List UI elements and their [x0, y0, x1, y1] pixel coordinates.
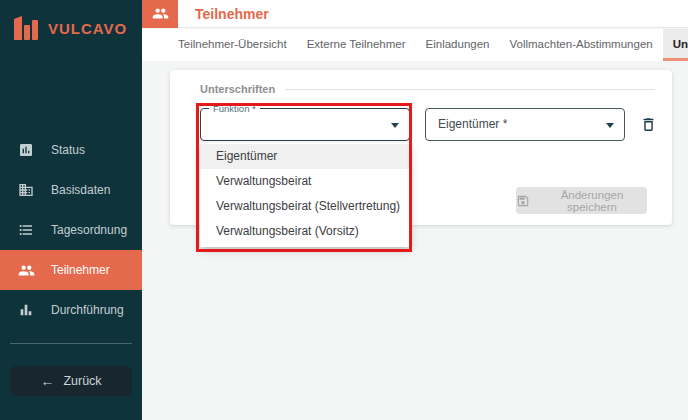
- save-icon: [516, 194, 530, 208]
- sidebar: VULCAVO Status Basisdaten Tagesordnung: [0, 0, 142, 420]
- option-verwaltungsbeirat-vorsitz[interactable]: Verwaltungsbeirat (Vorsitz): [200, 219, 410, 244]
- content-area: Unterschriften Funktion * Eigentümer *: [142, 61, 688, 420]
- vulcavo-logo: VULCAVO: [13, 13, 127, 43]
- logo-bars-icon: [13, 13, 39, 43]
- section-heading: Unterschriften: [200, 83, 655, 95]
- section-heading-divider: [285, 89, 655, 90]
- header-people-icon: [142, 0, 178, 28]
- page-title: Teilnehmer: [195, 6, 269, 22]
- main-area: Teilnehmer Teilnehmer-Übersicht Externe …: [142, 0, 688, 420]
- status-chart-icon: [18, 141, 36, 159]
- logo-text: VULCAVO: [48, 20, 127, 37]
- tab-bar: Teilnehmer-Übersicht Externe Teilnehmer …: [142, 29, 688, 61]
- back-button[interactable]: ← Zurück: [10, 366, 132, 396]
- funktion-select-label: Funktion *: [209, 103, 260, 114]
- save-changes-button[interactable]: Änderungen speichern: [516, 187, 647, 214]
- tab-unterschriften[interactable]: Unterschriften: [663, 29, 688, 61]
- sidebar-item-status[interactable]: Status: [0, 130, 142, 170]
- section-heading-label: Unterschriften: [200, 83, 275, 95]
- chevron-down-icon: [391, 123, 399, 128]
- tab-vollmachten-abstimmungen[interactable]: Vollmachten-Abstimmungen: [499, 29, 662, 61]
- tab-teilnehmer-uebersicht[interactable]: Teilnehmer-Übersicht: [168, 29, 297, 61]
- sidebar-divider: [10, 343, 132, 344]
- chevron-down-icon: [606, 123, 614, 128]
- option-eigentuemer[interactable]: Eigentümer: [200, 144, 410, 169]
- back-button-label: Zurück: [63, 374, 101, 388]
- trash-icon: [640, 116, 657, 133]
- funktion-dropdown-panel: Eigentümer Verwaltungsbeirat Verwaltungs…: [200, 143, 410, 247]
- tab-einladungen[interactable]: Einladungen: [416, 29, 500, 61]
- sidebar-item-label: Durchführung: [51, 303, 124, 317]
- sidebar-item-label: Basisdaten: [51, 183, 110, 197]
- option-verwaltungsbeirat-stellvertretung[interactable]: Verwaltungsbeirat (Stellvertretung): [200, 194, 410, 219]
- sidebar-item-teilnehmer[interactable]: Teilnehmer: [0, 250, 142, 290]
- eigentuemer-select-value: Eigentümer *: [426, 109, 624, 140]
- building-icon: [18, 181, 36, 199]
- funktion-select[interactable]: Funktion *: [200, 108, 410, 141]
- list-icon: [18, 221, 36, 239]
- delete-row-button[interactable]: [636, 112, 660, 136]
- save-changes-label: Änderungen speichern: [537, 189, 647, 213]
- app-window: VULCAVO Status Basisdaten Tagesordnung: [0, 0, 688, 420]
- sidebar-item-label: Teilnehmer: [51, 263, 110, 277]
- page-header: Teilnehmer: [142, 0, 688, 28]
- left-arrow-icon: ←: [40, 374, 54, 388]
- tab-externe-teilnehmer[interactable]: Externe Teilnehmer: [297, 29, 416, 61]
- sidebar-item-tagesordnung[interactable]: Tagesordnung: [0, 210, 142, 250]
- sidebar-item-durchfuehrung[interactable]: Durchführung: [0, 290, 142, 330]
- sidebar-item-label: Status: [51, 143, 85, 157]
- people-icon: [18, 261, 36, 279]
- sidebar-item-basisdaten[interactable]: Basisdaten: [0, 170, 142, 210]
- eigentuemer-select[interactable]: Eigentümer *: [425, 108, 625, 141]
- sidebar-item-label: Tagesordnung: [51, 223, 127, 237]
- sidebar-menu: Status Basisdaten Tagesordnung Teilnehme…: [0, 130, 142, 330]
- bar-chart-icon: [18, 301, 36, 319]
- option-verwaltungsbeirat[interactable]: Verwaltungsbeirat: [200, 169, 410, 194]
